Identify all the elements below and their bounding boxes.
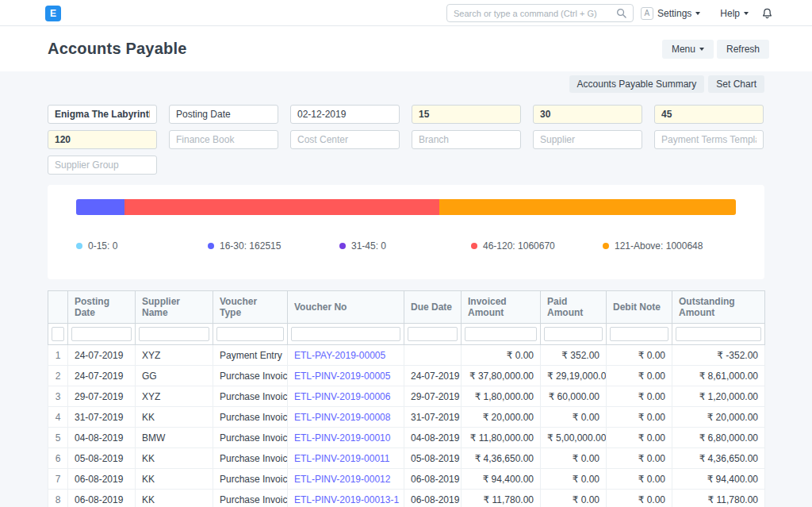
col-filter-input-posting_date[interactable] <box>71 327 132 341</box>
filter-finance-book[interactable] <box>169 130 278 149</box>
col-header-outstanding_amount[interactable]: Outstanding Amount <box>672 291 765 324</box>
report-tbody: 124-07-2019XYZPayment EntryETL-PAY-2019-… <box>48 345 765 507</box>
cell-outstanding_amount: ₹ 20,000.00 <box>672 407 765 428</box>
filter-payment-terms-template[interactable] <box>654 130 764 149</box>
cell-voucher_no: ETL-PINV-2019-00005 <box>288 366 404 386</box>
report-wrapper: Accounts Payable Summary Set Chart 0-15:… <box>48 71 764 507</box>
filter-range-3[interactable] <box>654 105 764 124</box>
col-header-posting_date[interactable]: Posting Date <box>68 291 136 324</box>
cell-idx: 6 <box>48 448 68 469</box>
cell-due_date: 06-08-2019 <box>404 469 462 490</box>
column-filter-row <box>48 324 765 345</box>
cell-posting_date: 06-08-2019 <box>68 469 136 490</box>
voucher-link[interactable]: ETL-PINV-2019-00011 <box>294 453 390 464</box>
help-menu[interactable]: Help <box>720 8 749 19</box>
filter-range-4[interactable] <box>48 130 157 149</box>
cell-debit_note: ₹ 0.00 <box>607 428 672 448</box>
erpnext-logo-icon: E <box>45 6 61 21</box>
table-row: 124-07-2019XYZPayment EntryETL-PAY-2019-… <box>48 345 765 366</box>
col-header-voucher_type[interactable]: Voucher Type <box>213 291 288 324</box>
col-filter-cell-due_date <box>404 324 462 345</box>
app-logo[interactable]: E <box>45 6 61 21</box>
navbar-right: A Settings Help <box>641 0 772 26</box>
cell-voucher_no: ETL-PAY-2019-00005 <box>288 345 404 366</box>
legend-item: 16-30: 162515 <box>208 240 339 252</box>
col-header-voucher_no[interactable]: Voucher No <box>288 291 404 324</box>
cell-voucher_type: Purchase Invoice <box>213 386 288 407</box>
set-chart-button[interactable]: Set Chart <box>708 75 764 93</box>
notifications-bell-icon[interactable] <box>762 8 772 19</box>
col-filter-input-supplier_name[interactable] <box>139 327 209 341</box>
cell-voucher_type: Purchase Invoice <box>213 469 288 490</box>
settings-label: Settings <box>657 8 691 19</box>
chart-legend: 0-15: 016-30: 16251531-45: 046-120: 1060… <box>76 240 736 252</box>
voucher-link[interactable]: ETL-PINV-2019-00013-1 <box>294 494 399 505</box>
filter-ageing-based-on[interactable] <box>169 105 278 124</box>
cell-voucher_type: Purchase Invoice <box>213 366 288 386</box>
report-datatable: Posting DateSupplier NameVoucher TypeVou… <box>48 290 764 507</box>
col-header-due_date[interactable]: Due Date <box>404 291 462 324</box>
cell-paid_amount: ₹ 0.00 <box>541 407 607 428</box>
accounts-payable-summary-button[interactable]: Accounts Payable Summary <box>569 75 705 93</box>
settings-menu[interactable]: Settings <box>657 8 700 19</box>
cell-voucher_type: Purchase Invoice <box>213 428 288 448</box>
report-area: Accounts Payable Summary Set Chart 0-15:… <box>0 71 812 507</box>
cell-outstanding_amount: ₹ 8,61,000.00 <box>672 366 765 386</box>
cell-voucher_no: ETL-PINV-2019-00011 <box>288 448 404 469</box>
filter-company[interactable] <box>48 105 157 124</box>
col-header-invoiced_amount[interactable]: Invoiced Amount <box>462 291 541 324</box>
page-title: Accounts Payable <box>48 40 187 58</box>
legend-item: 31-45: 0 <box>339 240 471 252</box>
cell-voucher_type: Purchase Invoice <box>213 407 288 428</box>
col-filter-input-voucher_type[interactable] <box>216 327 284 341</box>
bar-segment-46-120 <box>124 199 439 215</box>
legend-label: 121-Above: 1000648 <box>615 240 703 252</box>
cell-supplier_name: KK <box>136 490 213 507</box>
filter-range-1[interactable] <box>412 105 521 124</box>
menu-button[interactable]: Menu <box>662 40 714 59</box>
cell-due_date: 29-07-2019 <box>404 386 462 407</box>
cell-idx: 2 <box>48 366 68 386</box>
table-row: 605-08-2019KKPurchase InvoiceETL-PINV-20… <box>48 448 765 469</box>
cell-posting_date: 24-07-2019 <box>68 366 136 386</box>
legend-label: 31-45: 0 <box>351 240 386 252</box>
user-avatar[interactable]: A <box>641 7 653 20</box>
cell-invoiced_amount: ₹ 11,80,000.00 <box>462 428 541 448</box>
col-header-paid_amount[interactable]: Paid Amount <box>541 291 607 324</box>
col-header-debit_note[interactable]: Debit Note <box>607 291 672 324</box>
col-filter-input-paid_amount[interactable] <box>544 327 603 341</box>
filter-cost-center[interactable] <box>290 130 400 149</box>
voucher-link[interactable]: ETL-PINV-2019-00008 <box>294 412 390 423</box>
col-filter-input-idx[interactable] <box>52 327 64 341</box>
voucher-link[interactable]: ETL-PINV-2019-00010 <box>294 432 390 444</box>
voucher-link[interactable]: ETL-PINV-2019-00005 <box>294 371 390 382</box>
cell-idx: 1 <box>48 345 68 366</box>
refresh-button[interactable]: Refresh <box>717 40 769 59</box>
search-icon <box>616 8 626 18</box>
col-filter-input-voucher_no[interactable] <box>291 327 400 341</box>
chevron-down-icon <box>699 48 704 51</box>
voucher-link[interactable]: ETL-PINV-2019-00006 <box>294 391 390 402</box>
col-filter-input-invoiced_amount[interactable] <box>465 327 537 341</box>
col-filter-input-due_date[interactable] <box>408 327 458 341</box>
filter-supplier[interactable] <box>533 130 642 149</box>
cell-invoiced_amount: ₹ 0.00 <box>462 345 541 366</box>
filter-range-2[interactable] <box>533 105 642 124</box>
voucher-link[interactable]: ETL-PINV-2019-00012 <box>294 474 390 485</box>
col-filter-input-debit_note[interactable] <box>610 327 668 341</box>
col-filter-input-outstanding_amount[interactable] <box>676 327 761 341</box>
table-row: 504-08-2019BMWPurchase InvoiceETL-PINV-2… <box>48 428 765 448</box>
table-row: 706-08-2019KKPurchase InvoiceETL-PINV-20… <box>48 469 765 490</box>
cell-invoiced_amount: ₹ 94,400.00 <box>462 469 541 490</box>
voucher-link[interactable]: ETL-PAY-2019-00005 <box>294 350 385 361</box>
table-row: 431-07-2019KKPurchase InvoiceETL-PINV-20… <box>48 407 765 428</box>
search-input[interactable] <box>454 9 616 18</box>
table-row: 806-08-2019KKPurchase InvoiceETL-PINV-20… <box>48 490 765 507</box>
col-header-supplier_name[interactable]: Supplier Name <box>136 291 213 324</box>
filter-report-date[interactable] <box>290 105 400 124</box>
col-header-idx[interactable] <box>48 291 68 324</box>
help-label: Help <box>720 8 740 19</box>
filter-branch[interactable] <box>412 130 521 149</box>
bar-segment-16-30 <box>76 199 124 215</box>
filter-supplier-group[interactable] <box>48 156 157 175</box>
